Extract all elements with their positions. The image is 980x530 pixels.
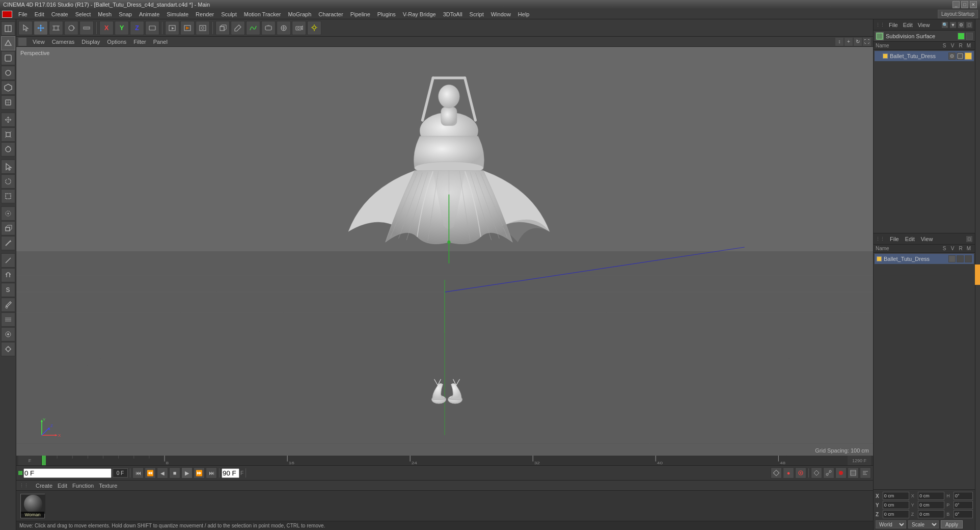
panel-menu[interactable]: Panel: [150, 38, 171, 46]
snap-icon-btn[interactable]: [811, 467, 822, 479]
model-mode-button[interactable]: [1, 21, 15, 36]
autokey-button[interactable]: [795, 467, 806, 479]
go-to-start-button[interactable]: ⏮: [132, 467, 144, 479]
play-button[interactable]: ▶: [181, 467, 193, 479]
stop-button[interactable]: ■: [169, 467, 180, 479]
obj-file-menu[interactable]: File: [887, 22, 900, 28]
coord-x-size[interactable]: [918, 492, 944, 500]
filter-menu[interactable]: Filter: [130, 38, 149, 46]
y-axis-button[interactable]: Y: [115, 21, 129, 35]
obj-settings-icon[interactable]: ⚙: [958, 21, 965, 29]
cube-icon[interactable]: [215, 21, 230, 35]
layout-tab[interactable]: Layout: Startup: [938, 10, 978, 18]
obj-item-ballet-tutu[interactable]: Ballet_Tutu_Dress: [875, 51, 974, 61]
menu-simulate[interactable]: Simulate: [164, 10, 192, 18]
play-back-button[interactable]: ◀: [157, 467, 168, 479]
coord-b-val[interactable]: [954, 510, 973, 518]
deformer-icon[interactable]: [261, 21, 276, 35]
coord-h-val[interactable]: [954, 492, 973, 500]
mat-edit-menu[interactable]: Edit: [58, 483, 67, 489]
coord-y-pos[interactable]: [883, 501, 909, 509]
material-woman[interactable]: Woman: [20, 494, 45, 518]
light-icon[interactable]: [307, 21, 321, 35]
menu-mesh[interactable]: Mesh: [95, 10, 115, 18]
step-forward-button[interactable]: ⏩: [194, 467, 205, 479]
knife-tool-button[interactable]: [1, 236, 15, 250]
menu-plugins[interactable]: Plugins: [374, 10, 399, 18]
menu-select[interactable]: Select: [72, 10, 94, 18]
live-select-icon[interactable]: [18, 21, 33, 35]
extrude-tool-button[interactable]: [1, 221, 15, 235]
attr-lock-icon[interactable]: [957, 255, 964, 262]
render-region-icon[interactable]: [165, 21, 179, 35]
vp-zoom-icon[interactable]: +: [845, 38, 853, 46]
timeline-btn[interactable]: [860, 467, 871, 479]
keyframe-button[interactable]: [771, 467, 782, 479]
view-menu[interactable]: View: [30, 38, 48, 46]
step-back-button[interactable]: ⏪: [145, 467, 156, 479]
menu-pipeline[interactable]: Pipeline: [347, 10, 373, 18]
minimize-button[interactable]: _: [952, 1, 960, 8]
menu-3dtoall[interactable]: 3DToAll: [440, 10, 466, 18]
coord-x-pos[interactable]: [883, 492, 909, 500]
attr-file-menu[interactable]: File: [888, 236, 901, 242]
obj-render-icon[interactable]: [957, 52, 964, 60]
end-frame-input[interactable]: [222, 468, 239, 478]
menu-window[interactable]: Window: [488, 10, 514, 18]
render-settings-icon[interactable]: [196, 21, 210, 35]
rotate-tool-button[interactable]: [1, 142, 15, 156]
record-active-btn[interactable]: [835, 467, 847, 479]
vp-fullscreen-icon[interactable]: ⛶: [863, 38, 871, 46]
lasso-select-button[interactable]: [1, 174, 15, 189]
mat-create-menu[interactable]: Create: [36, 483, 52, 489]
cameras-menu[interactable]: Cameras: [49, 38, 78, 46]
coord-world-dropdown[interactable]: World: [876, 520, 906, 528]
select-tool-button[interactable]: [1, 160, 15, 174]
paint-select-button[interactable]: [1, 206, 15, 221]
uv-mode-button[interactable]: [1, 95, 15, 110]
menu-help[interactable]: Help: [515, 10, 533, 18]
menu-vray[interactable]: V-Ray Bridge: [400, 10, 439, 18]
pen-icon[interactable]: [231, 21, 245, 35]
frame-counter[interactable]: [113, 468, 128, 478]
apply-button[interactable]: Apply: [941, 520, 963, 528]
edge-mode-button[interactable]: [1, 51, 15, 65]
obj-filter-icon[interactable]: ▼: [949, 21, 957, 29]
record-button[interactable]: ●: [783, 467, 794, 479]
menu-script[interactable]: Script: [467, 10, 487, 18]
spline-tool-button[interactable]: S: [1, 283, 15, 297]
menu-mograph[interactable]: MoGraph: [285, 10, 314, 18]
attr-expand-icon[interactable]: □: [966, 235, 973, 243]
polygon-mode-button[interactable]: [1, 36, 15, 50]
coord-scale-dropdown[interactable]: Scale: [908, 520, 939, 528]
coord-z-pos[interactable]: [883, 510, 909, 518]
far-right-scrollbar[interactable]: [975, 19, 980, 530]
menu-sculpt[interactable]: Sculpt: [218, 10, 240, 18]
menu-edit[interactable]: Edit: [32, 10, 47, 18]
menu-file[interactable]: File: [15, 10, 31, 18]
world-axis-button[interactable]: [145, 21, 159, 35]
obj-search-icon[interactable]: 🔍: [941, 21, 948, 29]
mat-texture-menu[interactable]: Texture: [99, 483, 117, 489]
obj-mat-icon[interactable]: [965, 52, 972, 60]
options-menu[interactable]: Options: [104, 38, 129, 46]
obj-edit-menu[interactable]: Edit: [901, 22, 915, 28]
viewport-3d[interactable]: Perspective: [16, 47, 873, 456]
menu-character[interactable]: Character: [315, 10, 346, 18]
display-menu[interactable]: Display: [78, 38, 103, 46]
attr-mat-icon[interactable]: [965, 255, 972, 262]
point-mode-button[interactable]: [1, 66, 15, 80]
menu-motion-tracker[interactable]: Motion Tracker: [241, 10, 284, 18]
attr-view-menu[interactable]: View: [919, 236, 935, 242]
rotate-icon[interactable]: [64, 21, 78, 35]
texture-tool-button[interactable]: [1, 327, 15, 341]
rect-select-button[interactable]: [1, 189, 15, 203]
close-button[interactable]: ✕: [970, 1, 977, 8]
render-viewport-icon[interactable]: [180, 21, 195, 35]
subdiv-status-green[interactable]: [958, 33, 965, 40]
obj-expand-icon[interactable]: □: [966, 21, 973, 29]
scale-tool-button[interactable]: [1, 127, 15, 142]
mat-function-menu[interactable]: Function: [72, 483, 94, 489]
camera-icon[interactable]: [292, 21, 306, 35]
spline-icon[interactable]: [246, 21, 260, 35]
